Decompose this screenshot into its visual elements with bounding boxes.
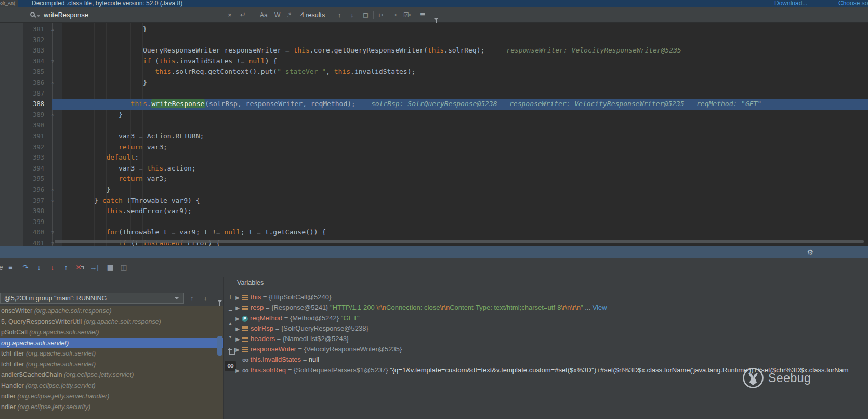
line-number[interactable]: 395 xyxy=(23,174,44,185)
frame-up-button[interactable]: ↑ xyxy=(190,294,194,303)
expand-arrow-icon[interactable]: ▶ xyxy=(234,345,241,355)
frame-row[interactable]: org.apache.solr.servlet) xyxy=(0,338,223,349)
expand-arrow-icon[interactable]: ▶ xyxy=(234,303,241,313)
fold-marker-icon[interactable]: ▵ xyxy=(49,110,57,121)
frame-row[interactable]: ndler (org.eclipse.jetty.server.handler) xyxy=(0,391,223,402)
line-number[interactable]: 394 xyxy=(23,163,44,174)
frame-row[interactable]: pSolrCall (org.apache.solr.servlet) xyxy=(0,327,223,338)
fold-marker-icon[interactable]: ▵ xyxy=(49,24,57,35)
code-line[interactable]: this.sendError(var9); xyxy=(62,206,868,217)
expand-arrow-icon[interactable]: ▶ xyxy=(234,313,241,323)
code-line[interactable]: this.writeResponse(solrRsp, responseWrit… xyxy=(62,99,868,110)
code-line[interactable] xyxy=(62,217,868,228)
line-number[interactable]: 384 xyxy=(23,56,44,67)
drop-frame-button[interactable]: ✕ xyxy=(74,263,85,272)
frame-row[interactable]: 5, QueryResponseWriterUtil (org.apache.s… xyxy=(0,317,223,328)
step-over-button[interactable]: ↷ xyxy=(20,263,31,272)
fold-marker-icon[interactable]: ▿ xyxy=(49,56,57,67)
code-line[interactable]: return var3; xyxy=(62,174,868,185)
code-line[interactable] xyxy=(62,88,868,99)
line-number[interactable]: 387 xyxy=(23,88,44,99)
line-number[interactable]: 385 xyxy=(23,67,44,77)
match-case-toggle[interactable]: Aa xyxy=(260,10,268,20)
variable-row[interactable]: ▶resp = {Response@5241} "HTTP/1.1 200 \r… xyxy=(234,303,868,313)
line-number[interactable]: 399 xyxy=(23,217,44,228)
frames-filter-icon[interactable] xyxy=(217,296,222,305)
code-line[interactable]: this.solrReq.getContext().put("_stateVer… xyxy=(62,67,868,77)
code-line[interactable]: } catch (Throwable var9) { xyxy=(62,195,868,206)
code-line[interactable] xyxy=(62,120,868,131)
variable-row[interactable]: ▶responseWriter = {VelocityResponseWrite… xyxy=(234,344,868,355)
code-line[interactable]: var3 = Action.RETURN; xyxy=(62,131,868,142)
frame-row[interactable]: tchFilter (org.apache.solr.servlet) xyxy=(0,359,223,370)
newline-icon[interactable]: ↵ xyxy=(240,10,246,20)
line-number[interactable]: 393 xyxy=(23,152,44,163)
fold-marker-icon[interactable]: ▿ xyxy=(49,195,57,206)
regex-toggle[interactable]: .* xyxy=(287,10,291,20)
code-line[interactable] xyxy=(62,35,868,46)
variable-row[interactable]: ▶EreqMethod = {Method@5242} "GET" xyxy=(234,313,868,323)
line-number[interactable]: 383 xyxy=(23,45,44,56)
variable-row[interactable]: oothis.invalidStates = null xyxy=(234,355,868,365)
line-number[interactable]: 398 xyxy=(23,206,44,217)
variable-row[interactable]: ▶headers = {NamedList$2@5243} xyxy=(234,334,868,344)
prev-occurrence-button[interactable]: ↑ xyxy=(338,10,341,20)
thread-selector-dropdown[interactable]: @5,233 in group "main": RUNNING xyxy=(0,293,184,304)
code-line[interactable]: if (this.invalidStates != null) { xyxy=(62,56,868,67)
line-number[interactable]: 391 xyxy=(23,131,44,142)
frame-row[interactable]: andler$CachedChain (org.eclipse.jetty.se… xyxy=(0,370,223,381)
choose-sources-link[interactable]: Choose sources... xyxy=(838,0,868,7)
code-line[interactable]: } xyxy=(62,24,868,35)
expand-arrow-icon[interactable]: ▶ xyxy=(234,324,241,334)
close-icon[interactable]: × xyxy=(228,10,232,20)
step-out-button[interactable]: ↑ xyxy=(61,263,71,272)
gear-icon[interactable]: ⚙ xyxy=(807,247,813,257)
open-in-find-window-button[interactable]: ◻ xyxy=(363,10,369,20)
remove-occurrence-button[interactable]: −‖ xyxy=(391,10,396,20)
code-editor[interactable]: 381▵ }382383 QueryResponseWriter respons… xyxy=(0,23,868,246)
code-line[interactable]: } xyxy=(62,77,868,88)
line-number[interactable]: 389 xyxy=(23,110,44,121)
hide-frames-icon[interactable]: ≡ xyxy=(5,263,16,272)
code-line[interactable]: var3 = this.action; xyxy=(62,163,868,174)
expand-arrow-icon[interactable]: ▶ xyxy=(234,334,241,344)
line-number[interactable]: 381 xyxy=(23,24,44,35)
words-toggle[interactable]: W xyxy=(274,10,280,20)
line-number[interactable]: 397 xyxy=(23,195,44,206)
code-line[interactable]: default: xyxy=(62,152,868,163)
line-number[interactable]: 386 xyxy=(23,77,44,88)
variable-row[interactable]: ▶this = {HttpSolrCall@5240} xyxy=(234,292,868,303)
sort-lines-icon[interactable]: ≣ xyxy=(420,10,426,20)
frames-scrollbar-thumb[interactable] xyxy=(217,336,222,356)
line-number[interactable]: 400 xyxy=(23,227,44,238)
code-line[interactable]: } xyxy=(62,110,868,121)
view-link[interactable]: View xyxy=(593,304,607,311)
expand-arrow-icon[interactable]: ▶ xyxy=(234,365,241,375)
line-number[interactable]: 401 xyxy=(23,238,44,246)
fold-marker-icon[interactable]: ▵ xyxy=(49,185,57,195)
run-to-cursor-button[interactable]: →| xyxy=(89,263,99,272)
expand-arrow-icon[interactable]: ▶ xyxy=(234,293,241,303)
download-link[interactable]: Download... xyxy=(774,0,807,7)
layout-settings-button[interactable]: ◫ xyxy=(119,263,129,272)
line-number[interactable]: 392 xyxy=(23,142,44,153)
duplicate-watch-icon[interactable] xyxy=(228,349,232,355)
step-into-button[interactable]: ↓ xyxy=(34,263,44,272)
code-line[interactable]: } xyxy=(62,185,868,195)
code-line[interactable]: QueryResponseWriter responseWriter = thi… xyxy=(62,45,868,56)
search-input[interactable]: writeResponse xyxy=(44,10,88,20)
frame-row[interactable]: Handler (org.eclipse.jetty.servlet) xyxy=(0,381,223,391)
code-line[interactable]: return var3; xyxy=(62,142,868,153)
code-line[interactable]: for(Throwable t = var9; t != null; t = t… xyxy=(62,227,868,238)
line-number[interactable]: 388 xyxy=(23,99,44,110)
frame-down-button[interactable]: ↓ xyxy=(204,294,207,303)
line-number[interactable]: 396 xyxy=(23,185,44,195)
search-history-chevron-icon[interactable] xyxy=(37,15,40,17)
next-occurrence-button[interactable]: ↓ xyxy=(350,10,354,20)
frame-row[interactable]: ndler (org.eclipse.jetty.security) xyxy=(0,402,223,413)
evaluate-expression-button[interactable]: ▦ xyxy=(105,263,115,272)
variable-row[interactable]: ▶solrRsp = {SolrQueryResponse@5238} xyxy=(234,323,868,334)
add-occurrence-button[interactable]: +‖ xyxy=(377,10,383,20)
fold-marker-icon[interactable]: ▿ xyxy=(49,227,57,238)
fold-marker-icon[interactable]: ▵ xyxy=(49,77,57,88)
